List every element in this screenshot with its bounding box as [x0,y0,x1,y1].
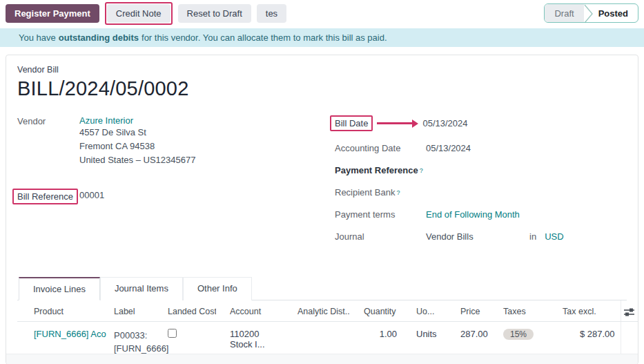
bill-reference-label-wrap: Bill Reference [17,188,79,204]
optional-columns-icon[interactable] [624,307,634,319]
col-header-account[interactable]: Account [216,300,284,322]
document-type-label: Vendor Bill [17,65,627,75]
toolbar: Register Payment Credit Note Reset to Dr… [0,0,644,26]
bill-date-field-row: Bill Date 05/13/2024 [335,115,627,131]
bill-reference-field-row: Bill Reference 00001 [17,188,335,204]
spacer [17,173,335,188]
left-field-column: Vendor Azure Interior 4557 De Silva St F… [17,115,335,253]
vendor-field-row: Vendor Azure Interior 4557 De Silva St F… [17,115,335,167]
col-header-price[interactable]: Price [447,300,489,322]
payment-reference-label: Payment Reference [335,165,418,175]
journal-value[interactable]: Vendor Bills [426,231,529,242]
vendor-address: 4557 De Silva St Fremont CA 94538 United… [79,126,195,167]
accounting-date-value[interactable]: 05/13/2024 [426,143,471,153]
col-header-quantity[interactable]: Quantity [350,300,402,322]
address-line: United States – US12345677 [79,153,195,167]
recipient-bank-field-row: Recipient Bank ? [335,187,627,198]
product-link[interactable]: [FURN_6666] Aco [34,329,106,339]
col-header-analytic[interactable]: Analytic Dist... [284,300,350,322]
vendor-value: Azure Interior 4557 De Silva St Fremont … [79,115,195,167]
col-header-tax-excl[interactable]: Tax excl. [549,300,621,322]
banner-text-prefix: You have [19,32,56,43]
payment-terms-value[interactable]: End of Following Month [426,209,520,220]
right-field-column: Bill Date 05/13/2024 Accounting Date 05/… [335,115,627,253]
outstanding-debits-banner: You have outstanding debits for this ven… [0,28,644,47]
banner-text-bold: outstanding debits [59,32,139,43]
accounting-date-label: Accounting Date [335,143,426,153]
col-header-uom[interactable]: Uo... [402,300,447,322]
bill-reference-annotation-box: Bill Reference [12,189,78,204]
payment-reference-field-row: Payment Reference ? [335,165,627,175]
col-header-landed-costs[interactable]: Landed Costs [154,300,216,322]
status-draft[interactable]: Draft [545,4,583,22]
journal-currency-link[interactable]: USD [545,231,563,242]
journal-label: Journal [335,231,426,242]
optional-columns-header [621,300,638,322]
bill-date-annotation-box: Bill Date [330,115,373,131]
journal-field-row: Journal Vendor Bills in USD [335,231,627,242]
tab-other-info[interactable]: Other Info [183,277,252,300]
field-columns: Vendor Azure Interior 4557 De Silva St F… [17,115,627,253]
banner-text-suffix: for this vendor. You can allocate them t… [142,32,387,43]
address-line: Fremont CA 94538 [79,140,195,153]
journal-in-text: in [529,231,536,242]
status-bar: Draft Posted [544,3,638,23]
help-icon[interactable]: ? [420,167,423,174]
payment-terms-field-row: Payment terms End of Following Month [335,209,627,220]
notebook-tabs: Invoice Lines Journal Items Other Info [17,276,627,300]
bill-date-value[interactable]: 05/13/2024 [422,118,467,128]
journal-value-group: Vendor Bills in USD [426,231,564,242]
landed-costs-checkbox[interactable] [168,329,177,338]
page-title: BILL/2024/05/0002 [17,77,627,100]
table-header-row: Product Label Landed Costs Account Analy… [17,300,638,322]
payment-terms-label: Payment terms [335,209,426,220]
vendor-link[interactable]: Azure Interior [79,115,133,126]
reset-to-draft-button[interactable]: Reset to Draft [178,4,251,23]
accounting-date-field-row: Accounting Date 05/13/2024 [335,143,627,153]
tab-invoice-lines[interactable]: Invoice Lines [19,277,100,300]
col-header-product[interactable]: Product [17,300,100,322]
tab-journal-items[interactable]: Journal Items [100,277,183,300]
col-header-label[interactable]: Label [100,300,154,322]
tes-button[interactable]: tes [257,4,286,23]
credit-note-annotation-box: Credit Note [105,2,173,25]
credit-note-button[interactable]: Credit Note [107,4,170,23]
next-row-strip[interactable] [6,354,638,364]
bill-reference-value[interactable]: 00001 [79,188,104,200]
status-posted[interactable]: Posted [594,4,638,22]
vendor-label: Vendor [17,115,79,126]
register-payment-button[interactable]: Register Payment [6,4,99,23]
chevron-right-icon [584,4,594,23]
help-icon[interactable]: ? [396,189,400,196]
tax-badge[interactable]: 15% [503,329,534,340]
vendor-bill-sheet: Vendor Bill BILL/2024/05/0002 Vendor Azu… [6,55,638,364]
recipient-bank-label: Recipient Bank [335,187,395,198]
address-line: 4557 De Silva St [79,126,195,140]
annotation-arrow-icon [377,122,413,124]
col-header-taxes[interactable]: Taxes [489,300,549,322]
